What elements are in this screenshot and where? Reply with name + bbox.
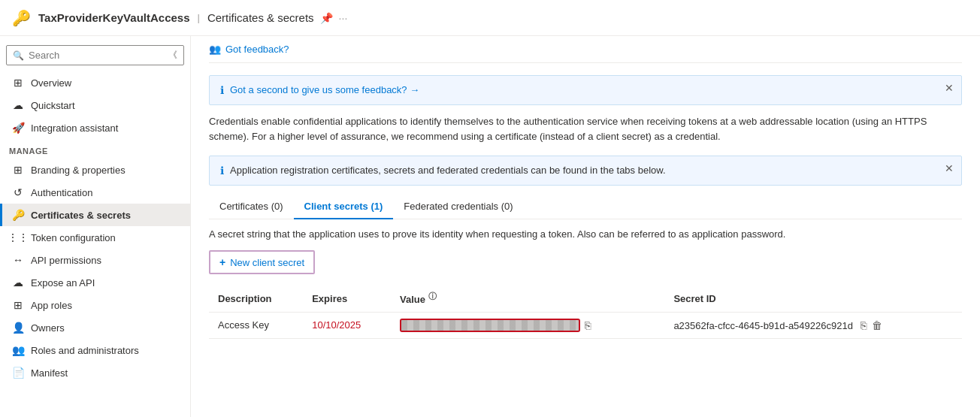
feedback-text[interactable]: Got feedback? bbox=[225, 44, 289, 55]
integration-icon: 🚀 bbox=[11, 121, 25, 134]
roles-icon: 👥 bbox=[11, 343, 25, 357]
tabs-bar: Certificates (0) Client secrets (1) Fede… bbox=[209, 195, 962, 219]
secret-value-blurred bbox=[400, 319, 580, 332]
row-value: ⎘ bbox=[391, 312, 664, 338]
sidebar-item-api-permissions-label: API permissions bbox=[31, 255, 101, 266]
sidebar-item-expose-api[interactable]: ☁ Expose an API bbox=[0, 271, 190, 294]
sidebar-item-manifest-label: Manifest bbox=[31, 367, 68, 379]
info-banner-2-text: Application registration certificates, s… bbox=[230, 164, 666, 177]
sidebar-item-quickstart-label: Quickstart bbox=[31, 100, 75, 111]
sidebar-item-certificates-label: Certificates & secrets bbox=[31, 210, 131, 221]
value-cell: ⎘ bbox=[400, 319, 655, 332]
app-name: TaxProviderKeyVaultAccess bbox=[38, 11, 190, 24]
sidebar-item-app-roles[interactable]: ⊞ App roles bbox=[0, 294, 190, 316]
sidebar-item-branding-label: Branding & properties bbox=[31, 165, 126, 176]
sidebar-item-integration-assistant[interactable]: 🚀 Integration assistant bbox=[0, 116, 190, 139]
info-icon-2: ℹ bbox=[220, 165, 224, 177]
sidebar-item-overview[interactable]: ⊞ Overview bbox=[0, 71, 190, 94]
new-client-secret-button[interactable]: + New client secret bbox=[209, 250, 315, 274]
row-secret-id: a23562fa-cfcc-4645-b91d-a549226c921d ⎘ 🗑 bbox=[664, 312, 962, 338]
feedback-icon: 👥 bbox=[209, 44, 221, 55]
authentication-icon: ↺ bbox=[11, 186, 25, 199]
sidebar-item-roles-admins[interactable]: 👥 Roles and administrators bbox=[0, 339, 190, 361]
sidebar-item-overview-label: Overview bbox=[31, 77, 71, 89]
copy-secret-id-button[interactable]: ⎘ bbox=[861, 319, 867, 331]
credentials-description: Credentials enable confidential applicat… bbox=[209, 114, 962, 144]
content-area: 👥 Got feedback? ℹ Got a second to give u… bbox=[191, 36, 980, 417]
delete-secret-button[interactable]: 🗑 bbox=[872, 319, 882, 331]
row-description: Access Key bbox=[209, 312, 303, 338]
new-client-secret-label: New client secret bbox=[230, 257, 304, 268]
tab-certificates[interactable]: Certificates (0) bbox=[209, 195, 294, 219]
sidebar-item-authentication-label: Authentication bbox=[31, 187, 92, 198]
sidebar-item-integration-label: Integration assistant bbox=[31, 122, 118, 134]
col-secret-id: Secret ID bbox=[664, 285, 962, 312]
token-icon: ⋮⋮ bbox=[11, 231, 25, 244]
main-layout: 🔍 《 ⊞ Overview ☁ Quickstart 🚀 Integratio… bbox=[0, 36, 980, 417]
sidebar-item-app-roles-label: App roles bbox=[31, 300, 72, 311]
value-info-icon[interactable]: ⓘ bbox=[428, 292, 437, 301]
quickstart-icon: ☁ bbox=[11, 98, 25, 112]
sidebar-item-owners[interactable]: 👤 Owners bbox=[0, 316, 190, 339]
collapse-sidebar-button[interactable]: 《 bbox=[168, 49, 177, 62]
info-icon-1: ℹ bbox=[220, 84, 224, 96]
sidebar: 🔍 《 ⊞ Overview ☁ Quickstart 🚀 Integratio… bbox=[0, 36, 191, 417]
sidebar-item-quickstart[interactable]: ☁ Quickstart bbox=[0, 94, 190, 116]
overview-icon: ⊞ bbox=[11, 76, 25, 89]
feedback-bar: 👥 Got feedback? bbox=[209, 36, 962, 63]
tab-client-secrets[interactable]: Client secrets (1) bbox=[294, 195, 394, 219]
manifest-icon: 📄 bbox=[11, 366, 25, 379]
expires-value: 10/10/2025 bbox=[312, 319, 361, 331]
manage-section-label: Manage bbox=[0, 139, 190, 159]
col-expires: Expires bbox=[303, 285, 391, 312]
expose-api-icon: ☁ bbox=[11, 276, 25, 289]
app-icon: 🔑 bbox=[12, 9, 31, 27]
top-header: 🔑 TaxProviderKeyVaultAccess | Certificat… bbox=[0, 0, 980, 36]
search-input[interactable] bbox=[29, 50, 168, 61]
header-separator: | bbox=[198, 12, 200, 23]
sidebar-item-token-label: Token configuration bbox=[31, 232, 116, 243]
search-box[interactable]: 🔍 《 bbox=[6, 45, 184, 65]
sidebar-item-roles-admins-label: Roles and administrators bbox=[31, 345, 139, 356]
sidebar-item-owners-label: Owners bbox=[31, 322, 65, 334]
close-banner-1-button[interactable]: ✕ bbox=[945, 82, 954, 94]
branding-icon: ⊞ bbox=[11, 163, 25, 177]
sidebar-item-manifest[interactable]: 📄 Manifest bbox=[0, 361, 190, 384]
sidebar-item-api-permissions[interactable]: ↔ API permissions bbox=[0, 249, 190, 271]
api-permissions-icon: ↔ bbox=[11, 253, 25, 267]
tab-federated-credentials[interactable]: Federated credentials (0) bbox=[393, 195, 523, 219]
secrets-table: Description Expires Value ⓘ Secret ID Ac… bbox=[209, 285, 962, 338]
copy-value-button[interactable]: ⎘ bbox=[585, 319, 591, 331]
col-description: Description bbox=[209, 285, 303, 312]
secret-id-value: a23562fa-cfcc-4645-b91d-a549226c921d bbox=[673, 320, 853, 331]
plus-icon: + bbox=[219, 256, 225, 268]
app-roles-icon: ⊞ bbox=[11, 298, 25, 312]
feedback-banner: ℹ Got a second to give us some feedback?… bbox=[209, 75, 962, 105]
sidebar-item-token[interactable]: ⋮⋮ Token configuration bbox=[0, 226, 190, 249]
close-banner-2-button[interactable]: ✕ bbox=[945, 162, 954, 174]
tab-description: A secret string that the application use… bbox=[209, 228, 962, 240]
info-banner-2: ℹ Application registration certificates,… bbox=[209, 156, 962, 186]
more-options-icon[interactable]: ··· bbox=[339, 12, 348, 24]
sidebar-item-branding[interactable]: ⊞ Branding & properties bbox=[0, 159, 190, 181]
table-header-row: Description Expires Value ⓘ Secret ID bbox=[209, 285, 962, 312]
feedback-banner-text[interactable]: Got a second to give us some feedback? → bbox=[230, 83, 419, 97]
row-expires: 10/10/2025 bbox=[303, 312, 391, 338]
owners-icon: 👤 bbox=[11, 321, 25, 334]
pin-icon[interactable]: 📌 bbox=[320, 12, 333, 24]
col-value-label: Value bbox=[400, 295, 425, 306]
page-title: Certificates & secrets bbox=[207, 11, 314, 24]
certificates-icon: 🔑 bbox=[11, 208, 25, 222]
search-icon: 🔍 bbox=[13, 50, 24, 61]
col-value: Value ⓘ bbox=[391, 285, 664, 312]
sidebar-item-expose-api-label: Expose an API bbox=[31, 277, 95, 289]
sidebar-item-authentication[interactable]: ↺ Authentication bbox=[0, 181, 190, 204]
sidebar-item-certificates[interactable]: 🔑 Certificates & secrets bbox=[0, 204, 190, 226]
table-row: Access Key 10/10/2025 ⎘ a23562fa-cfcc-46… bbox=[209, 312, 962, 338]
